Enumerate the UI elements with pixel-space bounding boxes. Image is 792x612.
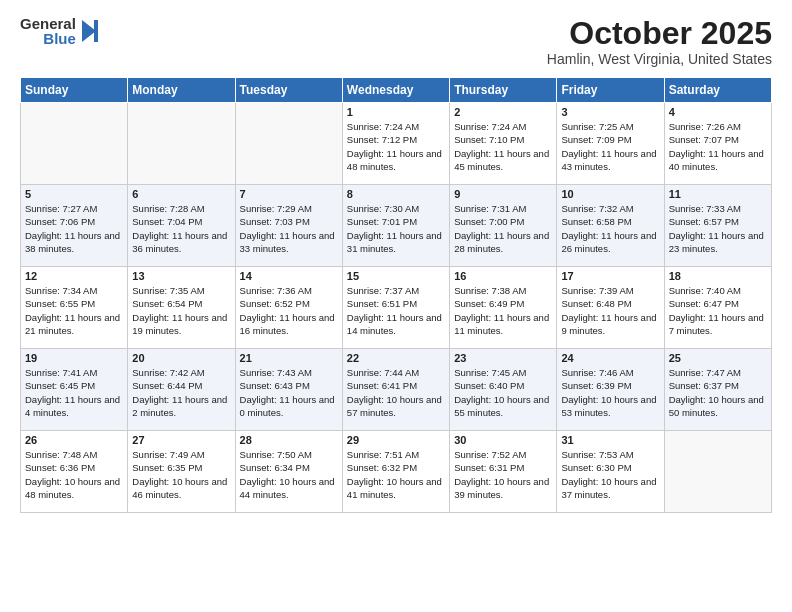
- sunset-info: Sunset: 7:00 PM: [454, 215, 552, 228]
- day-info: Sunrise: 7:41 AMSunset: 6:45 PMDaylight:…: [25, 366, 123, 419]
- calendar-cell: 12Sunrise: 7:34 AMSunset: 6:55 PMDayligh…: [21, 267, 128, 349]
- daylight-info: Daylight: 11 hours and 7 minutes.: [669, 311, 767, 338]
- day-header-thursday: Thursday: [450, 78, 557, 103]
- calendar-cell: 19Sunrise: 7:41 AMSunset: 6:45 PMDayligh…: [21, 349, 128, 431]
- sunset-info: Sunset: 6:41 PM: [347, 379, 445, 392]
- calendar-cell: 13Sunrise: 7:35 AMSunset: 6:54 PMDayligh…: [128, 267, 235, 349]
- sunrise-info: Sunrise: 7:41 AM: [25, 366, 123, 379]
- calendar-cell: 4Sunrise: 7:26 AMSunset: 7:07 PMDaylight…: [664, 103, 771, 185]
- day-number: 22: [347, 352, 445, 364]
- sunrise-info: Sunrise: 7:31 AM: [454, 202, 552, 215]
- day-info: Sunrise: 7:38 AMSunset: 6:49 PMDaylight:…: [454, 284, 552, 337]
- day-info: Sunrise: 7:39 AMSunset: 6:48 PMDaylight:…: [561, 284, 659, 337]
- daylight-info: Daylight: 11 hours and 19 minutes.: [132, 311, 230, 338]
- location: Hamlin, West Virginia, United States: [547, 51, 772, 67]
- day-header-friday: Friday: [557, 78, 664, 103]
- day-number: 24: [561, 352, 659, 364]
- calendar-cell: 8Sunrise: 7:30 AMSunset: 7:01 PMDaylight…: [342, 185, 449, 267]
- day-number: 28: [240, 434, 338, 446]
- sunrise-info: Sunrise: 7:27 AM: [25, 202, 123, 215]
- day-info: Sunrise: 7:42 AMSunset: 6:44 PMDaylight:…: [132, 366, 230, 419]
- sunrise-info: Sunrise: 7:25 AM: [561, 120, 659, 133]
- sunset-info: Sunset: 6:43 PM: [240, 379, 338, 392]
- daylight-info: Daylight: 11 hours and 4 minutes.: [25, 393, 123, 420]
- title-area: October 2025 Hamlin, West Virginia, Unit…: [547, 16, 772, 67]
- day-number: 30: [454, 434, 552, 446]
- day-header-saturday: Saturday: [664, 78, 771, 103]
- sunset-info: Sunset: 6:45 PM: [25, 379, 123, 392]
- calendar-cell: 28Sunrise: 7:50 AMSunset: 6:34 PMDayligh…: [235, 431, 342, 513]
- sunset-info: Sunset: 6:58 PM: [561, 215, 659, 228]
- day-number: 10: [561, 188, 659, 200]
- week-row-2: 5Sunrise: 7:27 AMSunset: 7:06 PMDaylight…: [21, 185, 772, 267]
- sunrise-info: Sunrise: 7:40 AM: [669, 284, 767, 297]
- calendar-cell: 9Sunrise: 7:31 AMSunset: 7:00 PMDaylight…: [450, 185, 557, 267]
- sunset-info: Sunset: 6:40 PM: [454, 379, 552, 392]
- sunset-info: Sunset: 6:48 PM: [561, 297, 659, 310]
- sunset-info: Sunset: 6:35 PM: [132, 461, 230, 474]
- day-info: Sunrise: 7:27 AMSunset: 7:06 PMDaylight:…: [25, 202, 123, 255]
- day-header-monday: Monday: [128, 78, 235, 103]
- logo-icon: [78, 18, 100, 44]
- sunrise-info: Sunrise: 7:52 AM: [454, 448, 552, 461]
- sunset-info: Sunset: 6:55 PM: [25, 297, 123, 310]
- sunrise-info: Sunrise: 7:32 AM: [561, 202, 659, 215]
- day-info: Sunrise: 7:24 AMSunset: 7:10 PMDaylight:…: [454, 120, 552, 173]
- sunset-info: Sunset: 6:49 PM: [454, 297, 552, 310]
- day-number: 17: [561, 270, 659, 282]
- sunrise-info: Sunrise: 7:37 AM: [347, 284, 445, 297]
- logo-blue-text: Blue: [43, 31, 76, 46]
- day-info: Sunrise: 7:43 AMSunset: 6:43 PMDaylight:…: [240, 366, 338, 419]
- calendar-cell: 14Sunrise: 7:36 AMSunset: 6:52 PMDayligh…: [235, 267, 342, 349]
- calendar-cell: [128, 103, 235, 185]
- sunrise-info: Sunrise: 7:42 AM: [132, 366, 230, 379]
- daylight-info: Daylight: 10 hours and 37 minutes.: [561, 475, 659, 502]
- calendar-cell: 7Sunrise: 7:29 AMSunset: 7:03 PMDaylight…: [235, 185, 342, 267]
- daylight-info: Daylight: 10 hours and 48 minutes.: [25, 475, 123, 502]
- month-title: October 2025: [547, 16, 772, 51]
- day-number: 9: [454, 188, 552, 200]
- calendar-cell: 31Sunrise: 7:53 AMSunset: 6:30 PMDayligh…: [557, 431, 664, 513]
- sunrise-info: Sunrise: 7:39 AM: [561, 284, 659, 297]
- sunset-info: Sunset: 6:31 PM: [454, 461, 552, 474]
- sunrise-info: Sunrise: 7:34 AM: [25, 284, 123, 297]
- calendar-cell: 29Sunrise: 7:51 AMSunset: 6:32 PMDayligh…: [342, 431, 449, 513]
- sunset-info: Sunset: 7:03 PM: [240, 215, 338, 228]
- calendar-cell: [664, 431, 771, 513]
- week-row-1: 1Sunrise: 7:24 AMSunset: 7:12 PMDaylight…: [21, 103, 772, 185]
- day-number: 12: [25, 270, 123, 282]
- sunset-info: Sunset: 6:30 PM: [561, 461, 659, 474]
- daylight-info: Daylight: 11 hours and 21 minutes.: [25, 311, 123, 338]
- logo-general-text: General: [20, 16, 76, 31]
- day-info: Sunrise: 7:32 AMSunset: 6:58 PMDaylight:…: [561, 202, 659, 255]
- day-info: Sunrise: 7:51 AMSunset: 6:32 PMDaylight:…: [347, 448, 445, 501]
- sunset-info: Sunset: 7:06 PM: [25, 215, 123, 228]
- sunset-info: Sunset: 6:32 PM: [347, 461, 445, 474]
- daylight-info: Daylight: 11 hours and 11 minutes.: [454, 311, 552, 338]
- sunrise-info: Sunrise: 7:47 AM: [669, 366, 767, 379]
- sunset-info: Sunset: 7:01 PM: [347, 215, 445, 228]
- sunrise-info: Sunrise: 7:51 AM: [347, 448, 445, 461]
- day-number: 5: [25, 188, 123, 200]
- svg-marker-0: [82, 20, 96, 42]
- sunset-info: Sunset: 6:57 PM: [669, 215, 767, 228]
- daylight-info: Daylight: 11 hours and 40 minutes.: [669, 147, 767, 174]
- calendar-cell: 2Sunrise: 7:24 AMSunset: 7:10 PMDaylight…: [450, 103, 557, 185]
- week-row-4: 19Sunrise: 7:41 AMSunset: 6:45 PMDayligh…: [21, 349, 772, 431]
- calendar-table: SundayMondayTuesdayWednesdayThursdayFrid…: [20, 77, 772, 513]
- sunrise-info: Sunrise: 7:46 AM: [561, 366, 659, 379]
- sunrise-info: Sunrise: 7:44 AM: [347, 366, 445, 379]
- sunrise-info: Sunrise: 7:48 AM: [25, 448, 123, 461]
- daylight-info: Daylight: 11 hours and 9 minutes.: [561, 311, 659, 338]
- day-number: 2: [454, 106, 552, 118]
- day-info: Sunrise: 7:44 AMSunset: 6:41 PMDaylight:…: [347, 366, 445, 419]
- day-info: Sunrise: 7:28 AMSunset: 7:04 PMDaylight:…: [132, 202, 230, 255]
- sunrise-info: Sunrise: 7:45 AM: [454, 366, 552, 379]
- day-number: 21: [240, 352, 338, 364]
- sunrise-info: Sunrise: 7:35 AM: [132, 284, 230, 297]
- calendar-cell: 22Sunrise: 7:44 AMSunset: 6:41 PMDayligh…: [342, 349, 449, 431]
- week-row-3: 12Sunrise: 7:34 AMSunset: 6:55 PMDayligh…: [21, 267, 772, 349]
- sunset-info: Sunset: 7:10 PM: [454, 133, 552, 146]
- sunset-info: Sunset: 7:09 PM: [561, 133, 659, 146]
- day-number: 18: [669, 270, 767, 282]
